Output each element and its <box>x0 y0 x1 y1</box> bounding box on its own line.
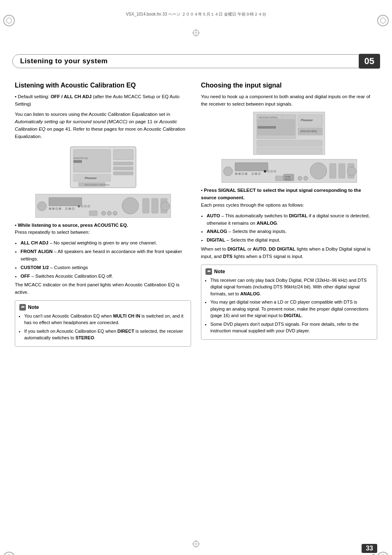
svg-text:Pioneer: Pioneer <box>85 176 97 180</box>
reg-mark-bottom-center <box>192 540 200 549</box>
svg-point-28 <box>78 205 80 207</box>
svg-point-75 <box>298 176 302 180</box>
device-image-right-top: RECEIVER CONTROL Pioneer (RECEIVE <box>201 112 377 155</box>
svg-point-23 <box>55 207 58 210</box>
svg-rect-46 <box>258 123 295 125</box>
corner-mark-tl <box>3 15 15 26</box>
main-content: Listening with Acoustic Calibration EQ •… <box>0 72 392 351</box>
svg-point-40 <box>161 202 170 211</box>
svg-rect-17 <box>74 160 82 163</box>
svg-text:SIGNAL: SIGNAL <box>285 176 291 178</box>
svg-point-33 <box>101 211 106 215</box>
svg-point-63 <box>245 173 247 175</box>
mcacc-text: The MCACC indicator on the front panel l… <box>15 281 191 296</box>
note-icon-right: ✏ <box>205 268 212 275</box>
svg-rect-32 <box>89 211 97 216</box>
svg-point-29 <box>81 205 83 207</box>
svg-point-31 <box>88 205 90 207</box>
svg-text:SELECT: SELECT <box>285 178 291 180</box>
svg-point-61 <box>238 173 241 175</box>
svg-rect-11 <box>113 172 133 175</box>
svg-point-62 <box>242 173 244 175</box>
right-note-header: ✏ Note <box>205 268 373 275</box>
acoustic-eq-instruction: • While listening to a source, press ACO… <box>15 222 191 237</box>
svg-rect-8 <box>113 150 133 160</box>
header-title: Listening to your system <box>20 57 108 65</box>
svg-text:ACOUSTIC EQ: ACOUSTIC EQ <box>74 157 88 159</box>
left-note-body: You can't use Acoustic Calibration EQ wh… <box>19 313 187 341</box>
right-column: Choosing the input signal You need to ho… <box>201 81 377 351</box>
svg-text:RECEIVER CONTROL: RECEIVER CONTROL <box>85 184 110 186</box>
svg-text:Pioneer: Pioneer <box>301 118 313 122</box>
signal-select-instruction: • Press SIGNAL SELECT to select the inpu… <box>201 187 377 209</box>
header-bar: Listening to your system 05 <box>12 54 380 68</box>
right-intro-text: You need to hook up a component to both … <box>201 93 377 108</box>
svg-point-35 <box>113 211 117 215</box>
svg-rect-9 <box>113 162 133 165</box>
footer: 33 En <box>362 544 377 555</box>
svg-point-64 <box>251 173 254 175</box>
page-container: VSX_1014.book.fm 33 ページ ２００４年５月１４日 金曜日 午… <box>0 12 392 555</box>
left-note-header: ✏ Note <box>19 304 187 311</box>
left-section-title: Listening with Acoustic Calibration EQ <box>15 81 191 90</box>
svg-point-81 <box>347 167 356 176</box>
when-set-text: When set to DIGITAL or AUTO, DD DIGITAL … <box>201 246 377 260</box>
svg-rect-37 <box>143 198 149 213</box>
device-image-left-front <box>15 194 191 218</box>
svg-point-30 <box>84 205 87 207</box>
svg-point-21 <box>49 207 51 210</box>
page-number: 33 <box>362 544 377 553</box>
device-image-left-top: Pioneer RECEIVER CONTROL ACOUSTIC EQ <box>15 145 191 190</box>
svg-point-25 <box>65 207 68 210</box>
svg-point-67 <box>264 170 266 173</box>
left-column: Listening with Acoustic Calibration EQ •… <box>15 81 191 351</box>
default-setting-text: • Default setting: OFF / ALL CH ADJ (aft… <box>15 93 191 108</box>
svg-rect-78 <box>330 164 336 178</box>
svg-point-66 <box>258 173 261 175</box>
svg-rect-77 <box>310 163 327 179</box>
svg-point-70 <box>274 170 276 173</box>
device-image-right-front: SIGNAL SELECT <box>201 159 377 183</box>
svg-rect-71 <box>275 176 284 181</box>
svg-rect-50 <box>258 133 295 135</box>
svg-point-27 <box>72 207 74 210</box>
svg-rect-10 <box>113 167 133 170</box>
file-info: VSX_1014.book.fm 33 ページ ２００４年５月１４日 金曜日 午… <box>0 12 392 17</box>
svg-rect-79 <box>339 164 345 178</box>
svg-text:RECEIVER CONTROL: RECEIVER CONTROL <box>259 117 278 119</box>
right-section-title: Choosing the input signal <box>201 81 377 90</box>
svg-point-69 <box>270 170 273 173</box>
svg-point-58 <box>224 167 233 176</box>
svg-rect-38 <box>152 198 158 213</box>
note-icon-left: ✏ <box>19 304 26 311</box>
chapter-badge: 05 <box>359 54 380 69</box>
svg-point-68 <box>267 170 270 173</box>
corner-mark-br <box>377 552 389 555</box>
reg-mark-top-center <box>192 29 200 38</box>
svg-point-34 <box>107 211 111 215</box>
left-note-box: ✏ Note You can't use Acoustic Calibratio… <box>15 300 191 347</box>
svg-rect-56 <box>257 147 322 154</box>
svg-rect-49 <box>258 129 295 132</box>
svg-point-26 <box>69 207 71 210</box>
svg-rect-59 <box>235 163 268 171</box>
acoustic-eq-options: ALL CH ADJ – No special weighting is giv… <box>21 240 191 280</box>
svg-rect-45 <box>258 120 295 122</box>
svg-rect-36 <box>122 198 138 214</box>
svg-rect-55 <box>257 140 322 146</box>
signal-options: AUTO – This automatically switches to DI… <box>207 212 377 244</box>
corner-mark-bl <box>3 552 15 555</box>
svg-point-76 <box>304 176 308 180</box>
svg-text:(RECEIVER): (RECEIVER) <box>300 130 317 133</box>
intro-text: You can listen to sources using the Acou… <box>15 111 191 140</box>
right-note-body: This receiver can only play back Dolby D… <box>205 277 373 334</box>
right-note-box: ✏ Note This receiver can only play back … <box>201 265 377 340</box>
svg-point-65 <box>255 173 257 175</box>
svg-rect-47 <box>258 126 276 129</box>
corner-mark-tr <box>377 15 389 26</box>
svg-rect-48 <box>277 126 295 129</box>
svg-rect-20 <box>49 198 82 206</box>
svg-point-24 <box>59 207 61 210</box>
svg-point-60 <box>235 173 238 175</box>
svg-point-22 <box>52 207 55 210</box>
